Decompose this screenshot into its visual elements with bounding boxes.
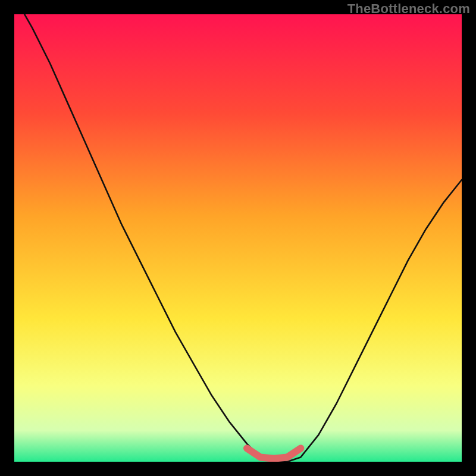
chart-frame: TheBottleneck.com [0, 0, 476, 476]
plot-area [14, 14, 462, 462]
bottleneck-curve [14, 14, 462, 462]
curve-layer [14, 14, 462, 462]
optimal-band-marker [247, 448, 300, 458]
